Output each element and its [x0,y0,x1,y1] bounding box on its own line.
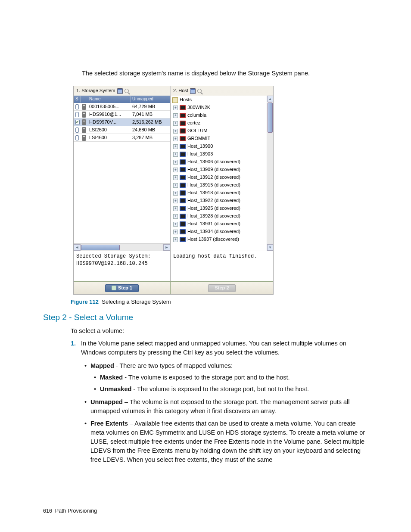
step1-button[interactable]: Step 1 [105,284,139,292]
row-checkbox[interactable] [75,104,79,109]
tree-item-label: Host 13937 (discovered) [187,236,239,243]
search-icon[interactable] [197,89,202,93]
step-1: In the Volume pane select mapped and unm… [81,339,368,464]
host-tree-pane: Hosts +380WIN2K+columbia+cortez+GOLLUM+G… [171,96,273,251]
table-row[interactable]: HDS9910@1...7,041 MB [74,111,170,118]
scroll-left-button[interactable]: ◄ [74,244,81,251]
step1-button-label: Step 1 [118,285,132,292]
scroll-right-button[interactable]: ► [163,244,170,251]
expand-icon[interactable]: + [173,191,178,196]
bullet-free-rest: – Available free extents that can be use… [90,420,365,463]
figure-caption: Figure 112 Selecting a Storage System [71,298,368,306]
bullet-masked-rest: - The volume is exposed to the storage p… [123,374,290,381]
horizontal-scrollbar[interactable]: ◄ ► [74,243,170,251]
search-icon[interactable] [125,89,129,93]
tree-item-label: Host_13906 (discovered) [187,159,240,165]
tree-item[interactable]: +Host 13937 (discovered) [171,236,266,243]
row-checkbox[interactable] [75,112,79,117]
bullet-free-head: Free Extents [90,420,128,427]
tree-item-label: columbia [187,112,206,119]
tree-item[interactable]: +Host_13931 (discovered) [171,220,266,228]
host-icon [180,221,186,227]
bullet-unmasked-rest: - The volume is exposed to the storage p… [131,386,309,392]
expand-icon[interactable]: + [173,121,178,126]
expand-icon[interactable]: + [173,199,178,203]
expand-icon[interactable]: + [173,175,178,180]
page-footer: 616 Path Provisioning [43,507,97,515]
tree-item-label: Host_13912 (discovered) [187,174,240,181]
bullet-mapped: Mapped - There are two types of mapped v… [90,361,368,394]
intro-text: The selected storage system's name is di… [82,69,368,78]
hdr-unmapped: Unmapped [131,96,170,103]
tree-item[interactable]: +Host_13900 [171,143,266,150]
tree-item-label: Host_13900 [187,143,213,150]
tree-item[interactable]: +GROMMIT [171,135,266,143]
page-number: 616 [43,508,52,514]
table-row[interactable]: 0001835005...64,729 MB [74,103,170,111]
storage-icon [82,135,86,141]
expand-icon[interactable]: + [173,222,178,227]
scroll-thumb[interactable] [81,245,120,250]
scroll-thumb[interactable] [268,103,273,133]
expand-icon[interactable]: + [173,168,178,172]
tree-item[interactable]: +columbia [171,112,266,119]
expand-icon[interactable]: + [173,129,178,134]
tree-item[interactable]: +Host_13928 (discovered) [171,212,266,220]
figure-caption-text: Selecting a Storage System [102,299,171,305]
figure-label: Figure 112 [71,299,99,305]
scroll-up-button[interactable]: ▲ [267,96,273,102]
tree-item[interactable]: +Host_13922 (discovered) [171,197,266,205]
expand-icon[interactable]: + [173,106,178,110]
host-icon [180,152,186,157]
tree-item[interactable]: +Host_13906 (discovered) [171,158,266,166]
tree-root[interactable]: Hosts [171,96,266,104]
tree-item[interactable]: +Host_13915 (discovered) [171,181,266,189]
refresh-icon [112,286,116,290]
tree-item[interactable]: +Host_13925 (discovered) [171,205,266,212]
expand-icon[interactable]: + [173,113,178,118]
row-checkbox[interactable] [75,135,79,140]
screenshot: 1. Storage System 2. Host S Name Unmappe… [73,86,274,295]
expand-icon[interactable]: + [173,183,178,188]
status-right: Loading host data finished. [171,251,273,281]
host-icon [180,113,186,118]
expand-icon[interactable]: + [173,152,178,157]
tree-item[interactable]: +GOLLUM [171,127,266,135]
row-checkbox[interactable] [75,128,79,133]
window-icon[interactable] [117,88,123,94]
row-unmapped: 24,680 MB [131,126,170,134]
row-name: 0001835005... [87,103,131,111]
tree-item[interactable]: +Host_13903 [171,150,266,158]
table-header[interactable]: S Name Unmapped [74,96,170,103]
expand-icon[interactable]: + [173,160,178,165]
host-tree[interactable]: Hosts +380WIN2K+columbia+cortez+GOLLUM+G… [171,96,267,251]
step2-button[interactable]: Step 2 [208,284,235,292]
expand-icon[interactable]: + [173,137,178,141]
window-icon[interactable] [190,88,196,94]
tree-item[interactable]: +Host_13909 (discovered) [171,166,266,174]
storage-icon [82,104,86,110]
host-icon [180,175,186,180]
expand-icon[interactable]: + [173,144,178,149]
table-row[interactable]: LSI46003,287 MB [74,134,170,142]
pane-title-host: 2. Host [171,86,273,96]
tree-item[interactable]: +Host_13918 (discovered) [171,189,266,197]
row-checkbox[interactable] [75,120,80,125]
tree-item[interactable]: +380WIN2K [171,104,266,112]
vertical-scrollbar[interactable]: ▲ ▼ [267,96,273,251]
row-name: HDS9910@1... [87,111,131,118]
expand-icon[interactable]: + [173,214,178,219]
tree-item[interactable]: +Host_13912 (discovered) [171,174,266,181]
host-icon [180,144,186,149]
expand-icon[interactable]: + [173,230,178,234]
tree-item[interactable]: +Host_13934 (discovered) [171,228,266,236]
bullet-mapped-head: Mapped [90,362,114,369]
table-row[interactable]: LSI260024,680 MB [74,126,170,134]
table-row[interactable]: HDS9970V...2,516,262 MB [74,118,170,126]
tree-item-label: GOLLUM [187,128,207,134]
tree-item[interactable]: +cortez [171,119,266,127]
scroll-down-button[interactable]: ▼ [267,244,273,251]
expand-icon[interactable]: + [173,206,178,211]
expand-icon[interactable]: + [173,237,178,242]
tree-item-label: Host_13925 (discovered) [187,205,240,212]
